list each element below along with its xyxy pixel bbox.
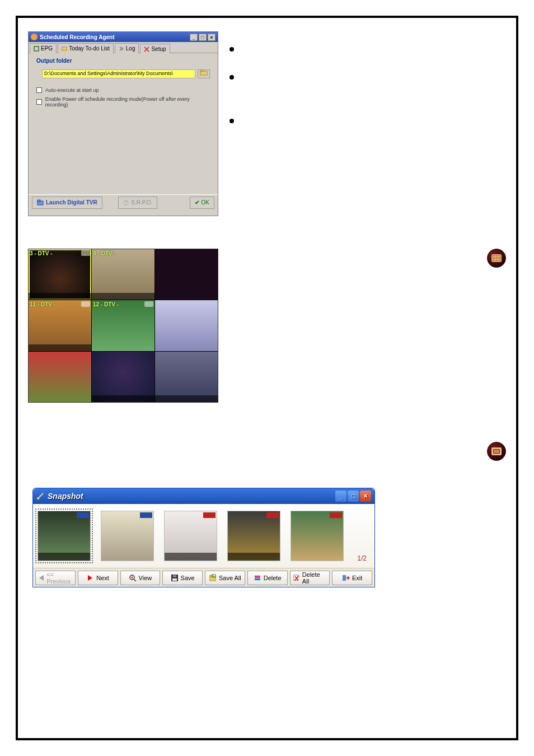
channel-logo-icon (81, 301, 90, 307)
subtitle-bar (155, 395, 218, 402)
magnifier-icon (129, 574, 137, 582)
bullet-list (229, 31, 234, 216)
delete-icon (254, 574, 261, 582)
tab-epg[interactable]: EPG (30, 43, 57, 53)
minimize-button[interactable]: _ (190, 34, 198, 41)
snapshot-thumbnail[interactable] (38, 511, 91, 561)
single-channel-button[interactable] (487, 442, 506, 461)
grid-icon (491, 254, 502, 262)
tab-log-label: Log (126, 45, 135, 52)
browse-folder-button[interactable] (198, 69, 210, 78)
delete-all-icon (293, 574, 300, 582)
preview-cell[interactable] (155, 300, 218, 351)
channel-caption: 4 - DTV - (93, 250, 116, 256)
snapshot-titlebar: Snapshot _ □ × (33, 488, 374, 504)
preview-cell[interactable]: 3 - DTV - (29, 249, 91, 300)
multichannel-grid-button[interactable] (487, 249, 506, 268)
exit-button[interactable]: Exit (332, 571, 372, 585)
dtv-badge-icon (77, 512, 89, 518)
rec-badge-icon (266, 512, 279, 518)
minimize-button[interactable]: _ (335, 491, 346, 502)
previous-button: <= Previous (35, 571, 76, 585)
tab-setup-label: Setup (151, 46, 166, 52)
close-button[interactable]: × (208, 34, 216, 41)
svg-rect-14 (172, 578, 177, 581)
preview-cell[interactable] (29, 352, 91, 402)
preview-cell[interactable]: 11 - DTV - (29, 300, 91, 351)
preview-cell[interactable] (92, 352, 154, 402)
snapshot-toolbar: <= Previous Next View (33, 568, 374, 587)
multichannel-preview-grid: 3 - DTV - 4 - DTV - 11 - DTV - (28, 249, 218, 403)
save-all-button[interactable]: Save All (205, 571, 245, 585)
snapshot-thumbnail[interactable] (227, 511, 280, 561)
save-all-icon (209, 574, 217, 582)
preview-cell[interactable] (155, 249, 218, 300)
floppy-icon (171, 574, 179, 582)
channel-logo-icon (81, 250, 90, 256)
view-button[interactable]: View (120, 571, 161, 585)
output-folder-input[interactable]: D:\Documents and Settings\Administrator\… (42, 69, 195, 78)
epg-icon (34, 46, 39, 52)
snapshot-thumbnail[interactable] (101, 511, 154, 561)
subtitle-bar (29, 344, 91, 351)
snapshot-window: Snapshot _ □ × (32, 488, 375, 587)
channel-caption: 12 - DTV - (93, 301, 119, 307)
sra-title-text: Scheduled Recording Agent (40, 34, 115, 40)
svg-point-8 (37, 497, 39, 500)
svg-rect-3 (200, 71, 203, 72)
brush-icon (36, 492, 44, 500)
svg-rect-1 (62, 47, 67, 50)
todo-icon (62, 46, 67, 52)
ok-label: OK (202, 199, 209, 206)
sra-titlebar: Scheduled Recording Agent _ □ × (29, 32, 218, 42)
tab-setup[interactable]: Setup (140, 44, 170, 54)
rec-badge-icon (330, 512, 342, 518)
preview-cell[interactable] (155, 352, 218, 402)
channel-caption: 11 - DTV - (30, 301, 55, 307)
svg-rect-15 (173, 575, 176, 577)
maximize-button[interactable]: □ (348, 491, 359, 502)
ok-button[interactable]: ✔ OK (190, 197, 214, 209)
launch-label: Launch Digital TVR (46, 199, 97, 206)
preview-cell[interactable]: 4 - DTV - (92, 249, 154, 300)
auto-execute-checkbox[interactable] (36, 87, 42, 93)
maximize-button[interactable]: □ (199, 34, 207, 41)
poweroff-checkbox[interactable] (36, 99, 42, 105)
bullet (229, 75, 234, 80)
svg-rect-0 (34, 46, 39, 51)
subtitle-bar (92, 395, 154, 402)
exit-icon (342, 574, 350, 582)
snapshot-thumbstrip: 1/2 (33, 504, 374, 568)
check-icon: ✔ (195, 199, 199, 206)
bullet (229, 119, 234, 123)
svg-rect-5 (38, 200, 40, 202)
bullet (229, 47, 234, 52)
delete-all-button[interactable]: Delete All (290, 571, 330, 585)
poweroff-label: Enable Power off schedule recording mode… (45, 96, 210, 108)
exit-label: Exit (352, 575, 362, 581)
arrow-left-icon (38, 574, 44, 582)
srpo-label: S.R.P.O. (131, 199, 152, 206)
svg-line-10 (134, 579, 136, 581)
delete-button[interactable]: Delete (247, 571, 288, 585)
subtitle-bar (29, 293, 91, 300)
dtv-badge-icon (140, 512, 152, 518)
thumb-caption-bar (38, 553, 90, 561)
next-button[interactable]: Next (78, 571, 118, 585)
snapshot-thumbnail[interactable] (291, 511, 344, 561)
arrow-right-icon (86, 574, 94, 582)
tab-log[interactable]: Log (115, 43, 139, 53)
launch-digital-tvr-button[interactable]: Launch Digital TVR (32, 197, 102, 209)
delete-all-label: Delete All (302, 571, 327, 585)
channel-caption: 3 - DTV - (30, 250, 53, 256)
save-button[interactable]: Save (162, 571, 203, 585)
tv-icon (491, 447, 502, 455)
close-button[interactable]: × (360, 491, 371, 502)
snapshot-thumbnail[interactable] (164, 511, 217, 561)
rec-badge-icon (203, 512, 216, 518)
tab-todo[interactable]: Today To-do List (58, 43, 114, 53)
preview-cell[interactable]: 12 - DTV - (92, 300, 154, 351)
sra-tabstrip: EPG Today To-do List Log (29, 42, 218, 53)
save-label: Save (181, 575, 195, 581)
setup-icon (144, 46, 149, 52)
